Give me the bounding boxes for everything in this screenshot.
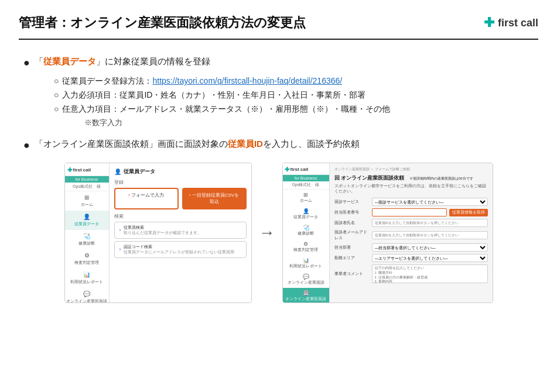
right-area-label: 勤務エリア bbox=[334, 255, 370, 261]
right-nav-health-label: 健康診断 bbox=[298, 231, 314, 236]
right-health-icon: 🩺 bbox=[303, 225, 309, 231]
left-card-form[interactable]: › フォームで入力 bbox=[114, 188, 179, 209]
left-card2-auth[interactable]: › 認証コード検索 従業員データにメールアドレスが登録されていない従業員用 bbox=[114, 241, 247, 258]
left-card2-employee-label: 従業員検索 bbox=[124, 225, 201, 231]
logo-area: ✚ first call bbox=[484, 15, 538, 30]
right-dept-select[interactable]: —担当部署を選択してください— bbox=[372, 243, 488, 252]
right-employee-icon: 👤 bbox=[303, 208, 309, 214]
left-nav-employee-label: 従業員データ bbox=[74, 221, 99, 227]
right-for-business: for Business bbox=[283, 175, 329, 181]
left-card2-auth-desc: 従業員データにメールアドレスが登録されていない従業員用 bbox=[124, 250, 234, 255]
right-nav-online-medical-label: オンライン産業医面談 bbox=[285, 297, 326, 302]
left-nav-report-label: 利用状況レポート bbox=[70, 279, 103, 285]
left-card2-employee-desc: 取り込んだ従業員データが確認できます。 bbox=[124, 231, 201, 236]
left-nav-health[interactable]: 🩺 健康診断 bbox=[65, 230, 109, 249]
test-icon: ⚙ bbox=[84, 252, 90, 259]
bullet-main-1: ● 「従業員データ」に対象従業員の情報を登録 bbox=[23, 56, 534, 70]
right-nav-home-label: ホーム bbox=[300, 198, 312, 204]
right-employee-id-row: 担当医者番号 従業員情報を取得 bbox=[334, 208, 488, 216]
bullet-dot-1: ● bbox=[23, 56, 30, 70]
right-nav-online-medical[interactable]: 🏥 オンライン産業医面談 bbox=[283, 288, 329, 303]
report-icon: 📊 bbox=[83, 271, 90, 278]
left-sidebar: ✚ first call for Business Ops株式社 様 ⊞ ホーム… bbox=[65, 163, 110, 302]
employee-data-link[interactable]: https://tayori.com/q/firstcall-houjin-fa… bbox=[152, 76, 342, 85]
right-form-desc: スポットオンライン都市サービスをご利用の方は、依頼を立手前にこちらをご確認くださ… bbox=[334, 184, 488, 194]
left-main: 👤 従業員データ 登録 › フォームで入力 › 一括登録従業員CSVを取込 bbox=[110, 163, 251, 302]
right-employee-id-input[interactable] bbox=[372, 208, 447, 216]
right-comment-label: 事業者コメント bbox=[334, 271, 370, 277]
right-name-input[interactable] bbox=[372, 219, 488, 227]
right-nav-test[interactable]: ⚙ 検査判定管理 bbox=[283, 239, 329, 255]
sub-bullet-1-3: ○ 任意入力項目：メールアドレス・就業ステータス（※）・雇用形態（※）・職種・そ… bbox=[54, 102, 534, 116]
right-operator: Ops株式社 様 bbox=[283, 181, 329, 190]
home-icon: ⊞ bbox=[84, 194, 89, 201]
right-email-input[interactable] bbox=[372, 231, 488, 239]
left-nav-online[interactable]: 💬 オンライン産業医面談 bbox=[65, 288, 109, 303]
right-dept-label: 担当部署 bbox=[334, 245, 370, 250]
screenshot-left: ✚ first call for Business Ops株式社 様 ⊞ ホーム… bbox=[64, 163, 252, 303]
right-online-medical-icon: 🏥 bbox=[303, 290, 309, 296]
bullet-dot-2: ● bbox=[23, 139, 30, 152]
right-nav-report[interactable]: 📊 利用状況レポート bbox=[283, 255, 329, 271]
right-nav-online-consult[interactable]: 💬 オンライン産業面談 bbox=[283, 271, 329, 288]
sub-bullet-icon-1-3: ○ bbox=[54, 102, 59, 116]
left-nav-test[interactable]: ⚙ 検査判定管理 bbox=[65, 249, 109, 269]
right-dept-row: 担当部署 —担当部署を選択してください— bbox=[334, 243, 488, 252]
left-card2-employee[interactable]: › 従業員検索 取り込んだ従業員データが確認できます。 bbox=[114, 222, 247, 239]
page-title: 管理者：オンライン産業医面談依頼方法の変更点 bbox=[19, 14, 306, 32]
highlight-employee-id: 従業員ID bbox=[228, 139, 263, 149]
right-service-select[interactable]: —面診サービスを選択してください— bbox=[372, 198, 488, 206]
right-nav-test-label: 検査判定管理 bbox=[293, 247, 318, 253]
sub-bullet-1-2: ○ 入力必須項目：従業員ID・姓名（カナ）・性別・生年月日・入社日・事業所・部署 bbox=[54, 88, 534, 102]
left-nav-employee[interactable]: 👤 従業員データ bbox=[65, 211, 109, 230]
right-name-row: 面談者氏名 bbox=[334, 219, 488, 227]
right-main: オンライン産業医面談 ＞ フォームで診断ご依頼 回 オンライン産業医面談依頼 ※… bbox=[330, 163, 493, 302]
left-nav-home-label: ホーム bbox=[81, 202, 93, 208]
right-nav-employee[interactable]: 👤 従業員データ bbox=[283, 206, 329, 222]
left-logo-icon: ✚ bbox=[67, 167, 72, 173]
employee-icon: 👤 bbox=[83, 214, 90, 220]
bullet-text-1: 「従業員データ」に対象従業員の情報を登録 bbox=[35, 56, 210, 67]
sub-bullet-icon-1-2: ○ bbox=[54, 88, 59, 102]
right-area-select[interactable]: —エリアサービスを選択してください— bbox=[372, 254, 488, 262]
right-test-icon: ⚙ bbox=[303, 241, 308, 247]
left-nav-home[interactable]: ⊞ ホーム bbox=[65, 191, 109, 211]
sub-bullet-icon-1-1: ○ bbox=[54, 74, 59, 88]
sub-bullet-text-1-1: 従業員データ登録方法：https://tayori.com/q/firstcal… bbox=[62, 74, 342, 88]
right-email-label: 面談者メールアドレス bbox=[334, 229, 370, 241]
online-icon: 💬 bbox=[83, 291, 90, 297]
screenshot-right: ✚ first call for Business Ops株式社 様 ⊞ ホーム… bbox=[282, 163, 493, 303]
sub-bullet-1-1: ○ 従業員データ登録方法：https://tayori.com/q/firstc… bbox=[54, 74, 534, 88]
right-logo: ✚ first call bbox=[283, 163, 329, 175]
right-nav-report-label: 利用状況レポート bbox=[289, 264, 322, 269]
sub-bullet-text-1-2: 入力必須項目：従業員ID・姓名（カナ）・性別・生年月日・入社日・事業所・部署 bbox=[62, 88, 365, 102]
right-form-title: 回 オンライン産業医面談依頼 ※巡回地時間内の産業医面談は50分です bbox=[334, 174, 488, 182]
right-nav-online-consult-label: オンライン産業面談 bbox=[288, 280, 324, 286]
right-logo-icon: ✚ bbox=[285, 166, 289, 173]
sub-bullet-list-1: ○ 従業員データ登録方法：https://tayori.com/q/firstc… bbox=[54, 74, 534, 128]
right-nav-employee-label: 従業員データ bbox=[293, 215, 318, 220]
right-email-row: 面談者メールアドレス bbox=[334, 229, 488, 241]
right-nav-health[interactable]: 🩺 健康診断 bbox=[283, 222, 329, 239]
left-nav-report[interactable]: 📊 利用状況レポート bbox=[65, 269, 109, 288]
screenshot-area: ✚ first call for Business Ops株式社 様 ⊞ ホーム… bbox=[23, 163, 534, 303]
highlight-employee-data: 従業員データ bbox=[43, 56, 96, 66]
left-for-business: for Business bbox=[65, 176, 109, 183]
right-home-icon: ⊞ bbox=[303, 192, 308, 198]
left-nav-test-label: 検査判定管理 bbox=[74, 260, 99, 266]
right-logo-text: first call bbox=[291, 167, 309, 172]
left-card-group: › フォームで入力 › 一括登録従業員CSVを取込 bbox=[114, 188, 247, 209]
right-service-row: 面診サービス —面診サービスを選択してください— bbox=[334, 198, 488, 206]
health-icon: 🩺 bbox=[83, 233, 90, 239]
right-nav-home[interactable]: ⊞ ホーム bbox=[283, 190, 329, 206]
logo-text: first call bbox=[498, 17, 538, 29]
main-employee-icon: 👤 bbox=[114, 169, 121, 175]
left-card-csv[interactable]: › 一括登録従業員CSVを取込 bbox=[182, 188, 247, 209]
left-operator: Ops株式社 様 bbox=[65, 183, 109, 191]
right-employee-id-button[interactable]: 従業員情報を取得 bbox=[449, 209, 488, 216]
right-employee-id-label: 担当医者番号 bbox=[334, 209, 370, 215]
bullet-section-2: ● 「オンライン産業医面談依頼」画面に面談対象の従業員IDを入力し、面談予約依頼 bbox=[23, 139, 534, 152]
right-sidebar: ✚ first call for Business Ops株式社 様 ⊞ ホーム… bbox=[283, 163, 330, 302]
left-search-label: 検索 bbox=[114, 213, 247, 219]
sub-bullet-text-1-3: 任意入力項目：メールアドレス・就業ステータス（※）・雇用形態（※）・職種・その他 bbox=[62, 102, 390, 116]
